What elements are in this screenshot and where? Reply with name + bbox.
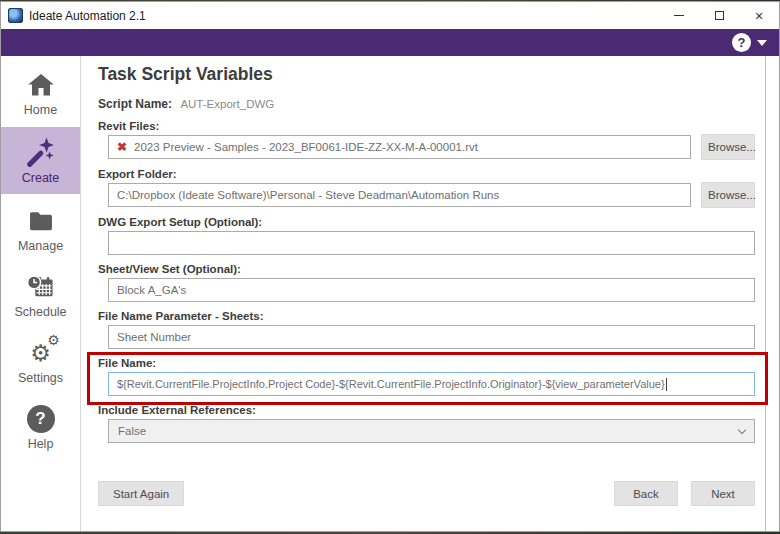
header-help-menu[interactable]: ? (732, 33, 767, 52)
field-export-folder: Export Folder: Browse... (98, 168, 755, 208)
close-button[interactable]: × (739, 2, 779, 29)
sidebar-item-label: Schedule (14, 305, 66, 319)
close-icon: × (755, 9, 763, 23)
script-name-row: Script Name: AUT-Export_DWG (98, 97, 765, 111)
help-icon[interactable]: ? (732, 33, 751, 52)
include-external-references-dropdown[interactable]: False (108, 419, 755, 443)
sheet-view-set-input[interactable] (108, 278, 755, 302)
start-again-button[interactable]: Start Again (98, 481, 184, 506)
field-include-external-references: Include External References: False (98, 404, 755, 443)
revit-file-name: 2023 Preview - Samples - 2023_BF0061-IDE… (134, 141, 478, 153)
sidebar-item-settings[interactable]: ⚙⚙ Settings (1, 329, 80, 392)
dwg-export-setup-input[interactable] (108, 231, 755, 255)
sidebar-item-label: Help (28, 437, 54, 451)
field-file-name-parameter: File Name Parameter - Sheets: (98, 310, 755, 349)
app-icon (8, 8, 23, 23)
home-icon (26, 69, 56, 102)
field-file-name: File Name: ${Revit.CurrentFile.ProjectIn… (98, 357, 755, 396)
dwg-export-setup-label: DWG Export Setup (Optional): (98, 216, 755, 228)
window-body: Home Create Manage (1, 56, 779, 531)
sidebar-item-label: Settings (18, 371, 63, 385)
file-name-parameter-label: File Name Parameter - Sheets: (98, 310, 755, 322)
include-external-references-label: Include External References: (98, 404, 755, 416)
revit-files-input[interactable]: ✖ 2023 Preview - Samples - 2023_BF0061-I… (108, 135, 691, 159)
folder-icon (26, 205, 56, 238)
export-folder-label: Export Folder: (98, 168, 755, 180)
file-name-parameter-input[interactable] (108, 325, 755, 349)
minimize-icon (674, 15, 684, 16)
window-title: Ideate Automation 2.1 (29, 9, 146, 23)
window-controls: × (659, 2, 779, 29)
sidebar-item-home[interactable]: Home (1, 61, 80, 124)
sidebar-item-manage[interactable]: Manage (1, 197, 80, 260)
minimize-button[interactable] (659, 2, 699, 29)
dropdown-selected-value: False (118, 425, 146, 437)
page-title: Task Script Variables (98, 64, 765, 85)
app-window: Ideate Automation 2.1 × ? Home (0, 1, 780, 532)
revit-files-browse-button[interactable]: Browse... (701, 134, 755, 160)
file-name-value: ${Revit.CurrentFile.ProjectInfo.Project … (117, 378, 665, 390)
help-circle-icon: ? (27, 403, 55, 436)
title-bar: Ideate Automation 2.1 × (1, 2, 779, 29)
script-name-value: AUT-Export_DWG (180, 98, 274, 110)
calendar-clock-icon (26, 271, 56, 304)
right-gutter (766, 56, 779, 531)
script-name-label: Script Name: (98, 97, 172, 111)
field-revit-files: Revit Files: ✖ 2023 Preview - Samples - … (98, 120, 755, 160)
app-header-bar: ? (1, 29, 779, 56)
action-buttons-row: Start Again Back Next (98, 481, 755, 506)
maximize-button[interactable] (699, 2, 739, 29)
maximize-icon (715, 11, 724, 20)
sidebar-item-label: Create (22, 171, 60, 185)
main-content: Task Script Variables Script Name: AUT-E… (81, 56, 766, 531)
sheet-view-set-label: Sheet/View Set (Optional): (98, 263, 755, 275)
file-name-input[interactable]: ${Revit.CurrentFile.ProjectInfo.Project … (108, 372, 755, 396)
sidebar-item-create[interactable]: Create (1, 127, 80, 194)
back-button[interactable]: Back (614, 481, 678, 506)
next-button[interactable]: Next (691, 481, 755, 506)
magic-wand-icon (25, 137, 57, 170)
field-sheet-view-set: Sheet/View Set (Optional): (98, 263, 755, 302)
remove-file-icon[interactable]: ✖ (117, 140, 127, 154)
export-folder-browse-button[interactable]: Browse... (701, 182, 755, 208)
dropdown-chevron-icon (738, 425, 746, 433)
sidebar-item-schedule[interactable]: Schedule (1, 263, 80, 326)
field-dwg-export-setup: DWG Export Setup (Optional): (98, 216, 755, 255)
sidebar-item-label: Home (24, 103, 57, 117)
revit-files-label: Revit Files: (98, 120, 755, 132)
sidebar: Home Create Manage (1, 56, 81, 531)
chevron-down-icon[interactable] (757, 40, 767, 46)
file-name-label: File Name: (98, 357, 755, 369)
sidebar-item-help[interactable]: ? Help (1, 395, 80, 458)
text-cursor (666, 378, 667, 391)
sidebar-item-label: Manage (18, 239, 63, 253)
gears-icon: ⚙⚙ (30, 337, 51, 370)
export-folder-input[interactable] (108, 183, 691, 207)
